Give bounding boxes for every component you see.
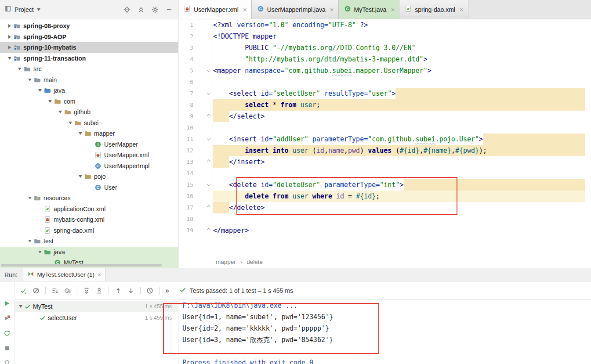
code-line[interactable]: </mapper> (213, 225, 585, 236)
editor-tab-usermapperimpl-java[interactable]: CUserMapperImpl.java× (252, 0, 339, 19)
chevron-down-icon[interactable] (37, 8, 40, 11)
editor-gutter[interactable]: 3 (178, 42, 213, 54)
code-line[interactable] (213, 76, 585, 88)
code-line[interactable] (213, 168, 585, 179)
previous-failed-test-icon[interactable] (115, 287, 122, 294)
fold-close-icon[interactable] (207, 228, 210, 231)
expand-arrow-icon[interactable] (69, 122, 72, 124)
breadcrumb-item-delete[interactable]: delete (247, 259, 263, 265)
collapse-arrow-icon[interactable] (8, 24, 11, 28)
fold-close-icon[interactable] (207, 159, 210, 163)
tree-item-spring-08-proxy[interactable]: spring-08-proxy (0, 21, 178, 32)
tree-item-java[interactable]: java (0, 247, 178, 258)
close-icon[interactable]: × (330, 6, 334, 13)
editor-gutter[interactable]: 7 (178, 88, 213, 99)
test-history-icon[interactable] (146, 287, 153, 294)
fold-open-icon[interactable] (207, 182, 210, 186)
fold-close-icon[interactable] (207, 205, 210, 209)
tree-item-main[interactable]: main (0, 75, 178, 86)
code-line[interactable]: </delete> (213, 202, 585, 213)
code-line[interactable]: <mapper namespace="com.github.subei.mapp… (213, 65, 585, 76)
editor-gutter[interactable]: 11 (178, 133, 213, 145)
more-icon[interactable]: » (165, 287, 169, 294)
rerun-tests-icon[interactable] (4, 300, 11, 307)
expand-all-icon[interactable] (83, 287, 90, 294)
fold-open-icon[interactable] (207, 91, 210, 94)
test-node-selectuser[interactable]: selectUser1 s 455 ms (15, 312, 178, 324)
show-passed-icon[interactable] (20, 287, 27, 294)
tree-item-subei[interactable]: subei (0, 118, 178, 129)
collapse-arrow-icon[interactable] (8, 35, 11, 39)
tree-item-java[interactable]: java (0, 85, 178, 96)
expand-arrow-icon[interactable] (48, 100, 52, 103)
locate-icon[interactable] (123, 6, 131, 13)
show-ignored-icon[interactable] (33, 287, 40, 294)
editor-gutter[interactable]: 9 (178, 111, 213, 122)
console-output[interactable]: F:\Java\JDK8\bin\java.exe ...User{id=1, … (178, 300, 591, 364)
close-icon[interactable]: × (460, 6, 464, 13)
editor-gutter[interactable]: 12 (178, 145, 213, 156)
expand-arrow-icon[interactable] (38, 89, 42, 92)
editor-tab-spring-dao-xml[interactable]: spring-dao.xml× (399, 0, 468, 19)
tree-item-github[interactable]: github (0, 107, 178, 118)
stop-icon[interactable] (4, 345, 11, 352)
editor-gutter[interactable]: 18 (178, 213, 213, 225)
editor-gutter[interactable]: 5 (178, 65, 213, 76)
editor-gutter[interactable]: 6 (178, 76, 213, 88)
editor-gutter[interactable]: 1 (178, 19, 213, 31)
fold-open-icon[interactable] (207, 68, 210, 72)
tree-item-usermapper-xml[interactable]: UserMapper.xml (0, 150, 178, 161)
tree-item-resources[interactable]: resources (0, 193, 178, 204)
editor-gutter[interactable]: 15 (178, 179, 213, 191)
editor-gutter[interactable]: 4 (178, 54, 213, 65)
editor-gutter[interactable]: 16 (178, 191, 213, 202)
project-panel-title[interactable]: Project (15, 6, 34, 13)
close-icon[interactable]: × (98, 271, 101, 278)
hide-panel-icon[interactable] (166, 6, 173, 13)
expand-arrow-icon[interactable] (58, 111, 62, 113)
code-line[interactable]: insert into user (id,name,pwd) values (#… (213, 145, 585, 156)
expand-arrow-icon[interactable] (19, 305, 22, 308)
code-line[interactable]: PUBLIC "-//mybatis.org//DTD Config 3.0//… (213, 42, 585, 54)
editor-gutter[interactable]: 13 (178, 156, 213, 168)
expand-arrow-icon[interactable] (28, 79, 32, 81)
code-line[interactable]: <insert id="addUser" parameterType="com.… (213, 133, 585, 145)
expand-arrow-icon[interactable] (28, 197, 32, 199)
editor-gutter[interactable]: 14 (178, 168, 213, 179)
tree-item-usermapperimpl[interactable]: CUserMapperImpl (0, 161, 178, 172)
code-line[interactable]: </select> (213, 111, 585, 122)
sort-alphabetically-icon[interactable] (51, 287, 58, 294)
run-tab[interactable]: MyTest.selectUser (1) × (23, 268, 106, 281)
code-line[interactable]: <select id="selectUser" resultType="user… (213, 88, 585, 99)
expand-arrow-icon[interactable] (8, 57, 11, 60)
code-line[interactable] (213, 213, 585, 225)
collapse-all-icon[interactable] (138, 6, 145, 13)
close-icon[interactable]: × (243, 6, 247, 13)
expand-arrow-icon[interactable] (18, 68, 22, 70)
code-line[interactable] (213, 122, 585, 133)
tree-item-usermapper[interactable]: IUserMapper (0, 139, 178, 150)
code-line[interactable]: </insert> (213, 156, 585, 168)
code-line[interactable]: <!DOCTYPE mapper (213, 31, 585, 42)
code-line[interactable]: <?xml version="1.0" encoding="UTF-8" ?> (213, 19, 585, 31)
next-failed-test-icon[interactable] (127, 287, 134, 294)
tree-item-spring-dao-xml[interactable]: spring-dao.xml (0, 225, 178, 236)
fold-close-icon[interactable] (207, 114, 210, 117)
pin-icon[interactable] (4, 360, 11, 364)
expand-arrow-icon[interactable] (38, 251, 42, 253)
tree-item-mapper[interactable]: mapper (0, 128, 178, 139)
tree-item-applicationcon-xml[interactable]: applicationCon.xml (0, 204, 178, 215)
editor-gutter[interactable]: 2 (178, 31, 213, 42)
tree-item-com[interactable]: com (0, 96, 178, 107)
expand-arrow-icon[interactable] (79, 175, 82, 178)
horizontal-scrollbar[interactable] (1, 264, 162, 267)
tree-item-mybatis-config-xml[interactable]: mybatis-config.xml (0, 214, 178, 225)
toggle-auto-test-icon[interactable] (4, 330, 11, 337)
sort-by-duration-icon[interactable] (64, 287, 71, 294)
editor-gutter[interactable]: 17 (178, 202, 213, 213)
breadcrumb-item-mapper[interactable]: mapper (216, 259, 236, 265)
expand-arrow-icon[interactable] (28, 240, 32, 242)
settings-gear-icon[interactable] (152, 6, 159, 13)
rerun-failed-tests-icon[interactable]: ! (4, 315, 11, 322)
editor-tab-mytest-java[interactable]: CMyTest.java× (339, 0, 400, 19)
